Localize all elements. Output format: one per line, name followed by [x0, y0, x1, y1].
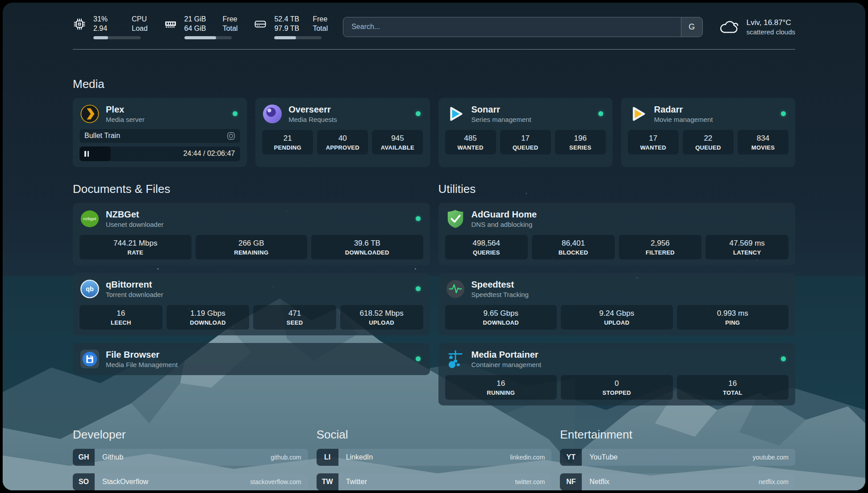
bookmark-github[interactable]: GH Github github.com [73, 449, 308, 466]
weather-widget[interactable]: Lviv, 16.87°C scattered clouds [718, 18, 795, 36]
playback-progress-bar[interactable]: 24:44 / 02:06:47 [79, 146, 240, 161]
disk-icon [254, 17, 267, 31]
bookmark-netflix[interactable]: NF Netflix netflix.com [560, 473, 795, 490]
service-card-filebrowser[interactable]: File Browser Media File Management [73, 343, 430, 375]
portainer-icon [445, 349, 466, 369]
bookmark-name: YouTube [589, 453, 618, 461]
cloud-icon [718, 18, 740, 36]
memory-free-label: Free [223, 15, 238, 24]
cpu-usage-label: CPU [132, 15, 148, 24]
now-playing-title: Bullet Train [84, 132, 120, 140]
resource-widgets: 31% 2.94 CPU Load [73, 15, 328, 39]
service-card-adguard[interactable]: AdGuard Home DNS and adblocking 498,564 … [438, 203, 796, 265]
bookmark-name: Twitter [346, 478, 367, 486]
stat-pending: 21 PENDING [262, 130, 313, 155]
stat-wanted: 17 WANTED [628, 130, 679, 155]
stat-downloaded: 39.6 TB DOWNLOADED [311, 235, 423, 259]
service-card-nzbget[interactable]: nzbget NZBGet Usenet downloader 744.21 M… [73, 203, 430, 265]
status-online-dot [781, 356, 786, 361]
search-engine-button[interactable]: G [681, 17, 702, 37]
bookmark-url: linkedin.com [510, 454, 545, 461]
stat-wanted: 485 WANTED [445, 130, 496, 155]
memory-total-label: Total [223, 24, 238, 33]
stat-series: 196 SERIES [555, 130, 606, 155]
service-name: AdGuard Home [472, 209, 537, 220]
status-online-dot [416, 286, 421, 291]
bookmark-name: LinkedIn [346, 453, 373, 461]
service-subtitle: Torrent downloader [106, 291, 163, 298]
service-card-plex[interactable]: Plex Media server Bullet Train [73, 98, 247, 167]
bookmark-linkedin[interactable]: LI LinkedIn linkedin.com [317, 449, 552, 466]
bookmark-abbr: SO [73, 473, 95, 490]
memory-widget: 21 GiB 64 GiB Free Total [164, 15, 238, 39]
radarr-icon [628, 104, 648, 124]
svg-text:nzbget: nzbget [83, 216, 96, 221]
bookmark-url: netflix.com [759, 478, 789, 485]
status-online-dot [233, 111, 238, 116]
cpu-widget: 31% 2.94 CPU Load [73, 15, 148, 39]
service-subtitle: Usenet downloader [106, 221, 163, 228]
section-title-developer: Developer [73, 428, 308, 442]
stat-download: 9.65 Gbps DOWNLOAD [445, 305, 557, 330]
overseerr-icon [262, 104, 283, 124]
documents-column: Documents & Files nzbget NZBGet Usenet d… [73, 182, 430, 375]
bookmark-group-social: Social LI LinkedIn linkedin.com TW Twitt… [317, 428, 552, 490]
speedtest-icon [445, 279, 466, 299]
plex-icon [79, 104, 100, 124]
section-title-social: Social [317, 428, 552, 442]
stat-total: 16 TOTAL [677, 375, 789, 400]
service-card-sonarr[interactable]: Sonarr Series management 485 WANTED 17 Q… [438, 98, 613, 167]
cpu-load-label: Load [132, 24, 148, 33]
stat-download: 1.19 Gbps DOWNLOAD [167, 305, 250, 330]
bookmark-twitter[interactable]: TW Twitter twitter.com [317, 473, 552, 490]
search-input[interactable] [343, 17, 681, 37]
qbittorrent-icon: qb [79, 279, 100, 299]
service-card-portainer[interactable]: Media Portainer Container management 16 … [438, 343, 796, 405]
bookmark-group-developer: Developer GH Github github.com SO StackO… [73, 428, 308, 490]
stat-upload: 9.24 Gbps UPLOAD [561, 305, 673, 330]
service-card-qbittorrent[interactable]: qb qBittorrent Torrent downloader 16 [73, 273, 430, 335]
memory-progress-bar [184, 36, 232, 39]
top-bar: 31% 2.94 CPU Load [73, 15, 795, 39]
header-divider [73, 49, 795, 50]
status-online-dot [416, 111, 421, 116]
status-online-dot [598, 111, 603, 116]
service-card-overseerr[interactable]: Overseerr Media Requests 21 PENDING 40 A… [255, 98, 430, 167]
svg-text:qb: qb [86, 285, 94, 292]
stat-queued: 22 QUEUED [683, 130, 734, 155]
bookmark-url: stackoverflow.com [250, 478, 301, 485]
playback-time: 24:44 / 02:06:47 [184, 150, 235, 158]
service-subtitle: Movie management [654, 116, 713, 123]
bookmark-youtube[interactable]: YT YouTube youtube.com [560, 449, 795, 466]
service-card-speedtest[interactable]: Speedtest Speedtest Tracking 9.65 Gbps D… [438, 273, 796, 335]
status-online-dot [416, 216, 421, 221]
bookmark-name: Github [102, 453, 123, 461]
service-subtitle: Series management [472, 116, 531, 123]
memory-total-value: 64 GiB [184, 24, 212, 33]
nzbget-icon: nzbget [79, 209, 100, 229]
stat-leech: 16 LEECH [79, 305, 163, 330]
disk-progress-bar [274, 36, 321, 39]
section-title-entertainment: Entertainment [560, 428, 795, 442]
disk-free-label: Free [313, 15, 328, 24]
service-subtitle: Speedtest Tracking [472, 291, 529, 298]
bookmark-group-entertainment: Entertainment YT YouTube youtube.com NF … [560, 428, 795, 490]
service-subtitle: Media File Management [106, 361, 178, 368]
stat-running: 16 RUNNING [445, 375, 557, 400]
pause-icon[interactable] [84, 151, 89, 157]
sonarr-icon [445, 104, 466, 124]
stat-available: 945 AVAILABLE [372, 130, 423, 155]
service-name: File Browser [106, 350, 178, 360]
bookmark-name: Netflix [589, 478, 609, 486]
weather-location-temp: Lviv, 16.87°C [747, 18, 795, 27]
stat-stopped: 0 STOPPED [561, 375, 673, 400]
stat-queued: 17 QUEUED [500, 130, 551, 155]
service-card-radarr[interactable]: Radarr Movie management 17 WANTED 22 QUE… [621, 98, 795, 167]
service-name: Overseerr [288, 104, 337, 115]
bookmark-stackoverflow[interactable]: SO StackOverflow stackoverflow.com [73, 473, 308, 490]
adguard-icon [445, 209, 466, 229]
service-name: Sonarr [472, 104, 531, 115]
utilities-column: Utilities AdGuard Home DNS [438, 182, 796, 405]
section-title-media: Media [73, 77, 795, 91]
bookmark-name: StackOverflow [102, 478, 148, 486]
